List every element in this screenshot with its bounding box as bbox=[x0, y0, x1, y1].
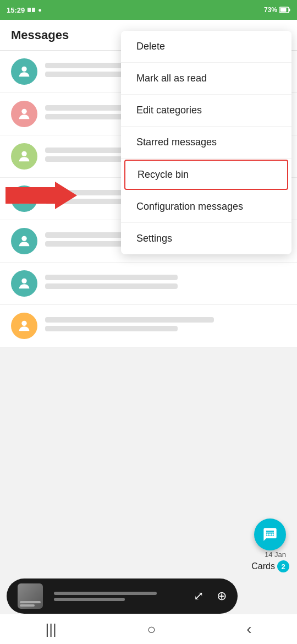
status-time: 15:29 ● bbox=[7, 6, 42, 14]
date-label: 14 Jan bbox=[265, 550, 286, 559]
list-item[interactable] bbox=[0, 305, 297, 347]
battery-text: 73% bbox=[264, 6, 277, 14]
chat-icon bbox=[262, 527, 278, 542]
svg-point-13 bbox=[267, 533, 269, 536]
avatar bbox=[11, 101, 37, 127]
svg-point-11 bbox=[21, 321, 26, 326]
message-preview bbox=[45, 317, 286, 335]
menu-item-mark-read[interactable]: Mark all as read bbox=[121, 63, 292, 95]
sim-icon bbox=[27, 7, 36, 13]
toolbar-text bbox=[54, 592, 183, 601]
battery-icon bbox=[279, 7, 290, 13]
avatar bbox=[11, 143, 37, 170]
svg-rect-0 bbox=[28, 8, 31, 12]
svg-rect-1 bbox=[32, 8, 35, 12]
context-menu: Delete Mark all as read Edit categories … bbox=[121, 31, 292, 254]
menu-item-settings[interactable]: Settings bbox=[121, 223, 292, 254]
svg-point-15 bbox=[272, 533, 274, 536]
share-icon[interactable]: ⊕ bbox=[217, 589, 227, 603]
nav-home-icon[interactable]: ○ bbox=[147, 621, 156, 638]
svg-point-14 bbox=[269, 533, 271, 536]
network-indicator: ● bbox=[38, 7, 42, 13]
toolbar-thumbnail bbox=[18, 583, 43, 609]
red-arrow-indicator bbox=[6, 182, 77, 209]
time-display: 15:29 bbox=[7, 6, 25, 14]
cards-label: Cards bbox=[251, 561, 275, 571]
status-bar: 15:29 ● 73% bbox=[0, 0, 297, 20]
menu-item-config[interactable]: Configuration messages bbox=[121, 191, 292, 223]
avatar bbox=[11, 313, 37, 339]
avatar bbox=[11, 270, 37, 297]
svg-point-6 bbox=[21, 109, 26, 114]
svg-rect-4 bbox=[280, 8, 287, 12]
avatar bbox=[11, 58, 37, 85]
svg-point-7 bbox=[21, 151, 26, 156]
nav-menu-icon[interactable]: ||| bbox=[45, 621, 56, 638]
menu-item-delete[interactable]: Delete bbox=[121, 31, 292, 63]
message-preview bbox=[45, 275, 286, 292]
menu-item-starred[interactable]: Starred messages bbox=[121, 127, 292, 159]
page-title: Messages bbox=[11, 28, 69, 42]
list-item[interactable] bbox=[0, 263, 297, 305]
bottom-toolbar[interactable]: ⤢ ⊕ bbox=[7, 578, 238, 614]
compose-fab[interactable] bbox=[254, 519, 286, 550]
cards-count-badge: 2 bbox=[277, 560, 289, 572]
svg-point-10 bbox=[21, 279, 26, 283]
svg-point-5 bbox=[21, 67, 26, 72]
nav-back-icon[interactable]: ‹ bbox=[246, 620, 251, 638]
nav-bar: ||| ○ ‹ bbox=[0, 614, 297, 644]
menu-item-edit-categories[interactable]: Edit categories bbox=[121, 95, 292, 127]
svg-point-9 bbox=[21, 236, 26, 241]
status-icons: 73% bbox=[264, 6, 290, 14]
toolbar-actions[interactable]: ⤢ ⊕ bbox=[194, 589, 227, 603]
expand-icon[interactable]: ⤢ bbox=[194, 589, 204, 603]
avatar bbox=[11, 228, 37, 254]
svg-marker-12 bbox=[6, 182, 77, 209]
svg-rect-3 bbox=[289, 9, 290, 12]
cards-section[interactable]: Cards 2 bbox=[251, 560, 289, 572]
menu-item-recycle-bin[interactable]: Recycle bin bbox=[124, 160, 288, 190]
